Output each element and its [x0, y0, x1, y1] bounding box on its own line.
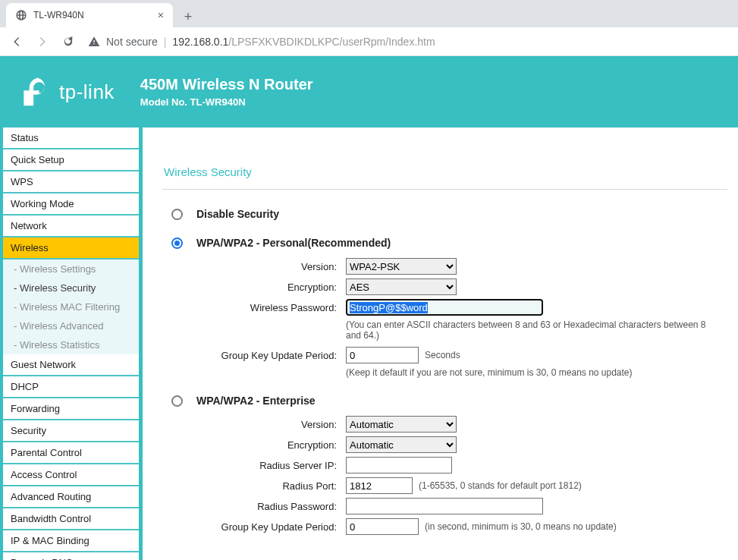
sidebar-item-wps[interactable]: WPS [3, 171, 139, 193]
sidebar-item-quick-setup[interactable]: Quick Setup [3, 149, 139, 171]
back-button[interactable] [6, 31, 27, 52]
sidebar-item-dhcp[interactable]: DHCP [3, 376, 139, 398]
warning-icon [88, 36, 100, 48]
main-content: Wireless Security Disable Security WPA/W… [143, 127, 738, 560]
input-radius-ip[interactable] [346, 457, 452, 473]
sidebar-subitem[interactable]: - Wireless Security [3, 278, 139, 297]
input-personal-gkup[interactable] [346, 347, 419, 363]
label-ent-gkup: Group Key Update Period: [194, 521, 346, 533]
select-enterprise-encryption[interactable]: Automatic [346, 436, 457, 453]
sidebar-item-forwarding[interactable]: Forwarding [3, 398, 139, 420]
forward-button[interactable] [32, 31, 53, 52]
label-radius-ip: Radius Server IP: [194, 460, 346, 471]
section-title: Wireless Security [164, 165, 727, 178]
input-radius-port[interactable] [346, 477, 413, 494]
label-encryption: Encryption: [194, 282, 346, 293]
sidebar-submenu: - Wireless Settings- Wireless Security- … [3, 260, 139, 354]
divider [162, 189, 727, 190]
product-model: Model No. TL-WR940N [140, 96, 313, 108]
label-wireless-password: Wireless Password: [194, 302, 346, 313]
security-status: Not secure [106, 36, 158, 48]
sidebar-subitem[interactable]: - Wireless MAC Filtering [3, 297, 139, 316]
hint-radius-port: (1-65535, 0 stands for default port 1812… [419, 480, 582, 491]
input-radius-password[interactable] [346, 498, 543, 514]
tplink-icon [18, 75, 52, 109]
close-icon[interactable]: × [158, 10, 164, 20]
sidebar-item-bandwidth-control[interactable]: Bandwidth Control [3, 508, 139, 530]
option-disable-security: Disable Security [196, 208, 279, 220]
product-title: 450M Wireless N Router [140, 76, 313, 93]
sidebar-item-working-mode[interactable]: Working Mode [3, 193, 139, 216]
input-wireless-password[interactable] [346, 299, 543, 316]
browser-toolbar: Not secure | 192.168.0.1/LPSFXKVBDIKDLKP… [0, 27, 738, 56]
sidebar-item-status[interactable]: Status [3, 127, 139, 149]
label-ent-version: Version: [194, 419, 346, 430]
select-enterprise-version[interactable]: Automatic [346, 416, 457, 433]
url-path: /LPSFXKVBDIKDLKPC/userRpm/Index.htm [228, 36, 435, 48]
label-radius-port: Radius Port: [194, 480, 346, 492]
sidebar-subitem[interactable]: - Wireless Settings [3, 260, 139, 278]
radio-wpa-enterprise[interactable] [171, 395, 183, 407]
hint-ent-gkup: (in second, minimum is 30, 0 means no up… [425, 521, 617, 532]
sidebar-item-dynamic-dns[interactable]: Dynamic DNS [3, 552, 139, 560]
label-gkup: Group Key Update Period: [194, 350, 346, 361]
sidebar-item-advanced-routing[interactable]: Advanced Routing [3, 486, 139, 508]
option-wpa-personal: WPA/WPA2 - Personal(Recommended) [196, 237, 391, 249]
globe-icon [15, 9, 27, 21]
brand-logo: tp-link [18, 75, 115, 109]
brand-text: tp-link [59, 80, 115, 104]
sidebar-item-guest-network[interactable]: Guest Network [3, 354, 139, 376]
browser-tab-strip: TL-WR940N × + [0, 0, 738, 27]
new-tab-button[interactable]: + [177, 6, 199, 27]
label-radius-password: Radius Password: [194, 501, 346, 512]
sidebar-item-access-control[interactable]: Access Control [3, 464, 139, 486]
unit-seconds: Seconds [425, 350, 460, 360]
sidebar-item-wireless[interactable]: Wireless [3, 238, 139, 260]
sidebar-nav: StatusQuick SetupWPSWorking ModeNetworkW… [0, 127, 143, 560]
sidebar-subitem[interactable]: - Wireless Statistics [3, 335, 139, 354]
sidebar-item-ip-mac-binding[interactable]: IP & MAC Binding [3, 530, 139, 552]
sidebar-item-network[interactable]: Network [3, 216, 139, 238]
sidebar-item-parental-control[interactable]: Parental Control [3, 442, 139, 464]
label-ent-encryption: Encryption: [194, 439, 346, 451]
url-host: 192.168.0.1 [172, 36, 228, 48]
hint-password: (You can enter ASCII characters between … [346, 319, 710, 341]
sidebar-subitem[interactable]: - Wireless Advanced [3, 316, 139, 335]
radio-disable-security[interactable] [171, 209, 183, 220]
browser-tab[interactable]: TL-WR940N × [6, 3, 173, 27]
page-header: tp-link 450M Wireless N Router Model No.… [0, 56, 738, 127]
sidebar-item-security[interactable]: Security [3, 420, 139, 442]
select-personal-encryption[interactable]: AES [346, 278, 457, 295]
address-bar[interactable]: Not secure | 192.168.0.1/LPSFXKVBDIKDLKP… [88, 36, 435, 48]
tab-title: TL-WR940N [33, 10, 84, 20]
option-wpa-enterprise: WPA/WPA2 - Enterprise [196, 395, 316, 407]
select-personal-version[interactable]: WPA2-PSK [346, 258, 457, 275]
label-version: Version: [194, 261, 346, 272]
input-enterprise-gkup[interactable] [346, 518, 419, 535]
radio-wpa-personal[interactable] [171, 238, 183, 249]
hint-gkup: (Keep it default if you are not sure, mi… [346, 367, 710, 378]
reload-button[interactable] [58, 31, 79, 52]
